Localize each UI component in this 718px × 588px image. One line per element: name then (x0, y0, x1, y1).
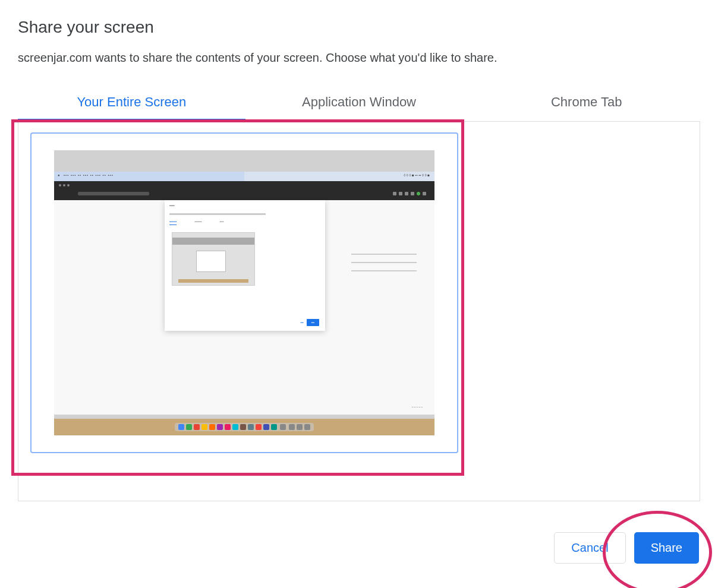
cancel-button[interactable]: Cancel (554, 532, 625, 564)
tab-entire-screen[interactable]: Your Entire Screen (18, 88, 245, 121)
tab-chrome-tab[interactable]: Chrome Tab (473, 88, 700, 121)
tab-application-window[interactable]: Application Window (245, 88, 473, 121)
share-button[interactable]: Share (634, 532, 699, 564)
dialog-description: screenjar.com wants to share the content… (18, 51, 700, 65)
source-tabs: Your Entire Screen Application Window Ch… (18, 88, 700, 121)
screen-thumbnail[interactable]: ● ••• ••• •• ••• •• ••• •• ••• ◊ ◊ ◊ ■ •… (30, 132, 458, 453)
picker-panel: ● ••• ••• •• ••• •• ••• •• ••• ◊ ◊ ◊ ■ •… (18, 121, 700, 501)
dialog-title: Share your screen (18, 18, 700, 37)
desktop-preview: ● ••• ••• •• ••• •• ••• •• ••• ◊ ◊ ◊ ■ •… (54, 150, 434, 435)
dialog-buttons: Cancel Share (18, 532, 700, 564)
